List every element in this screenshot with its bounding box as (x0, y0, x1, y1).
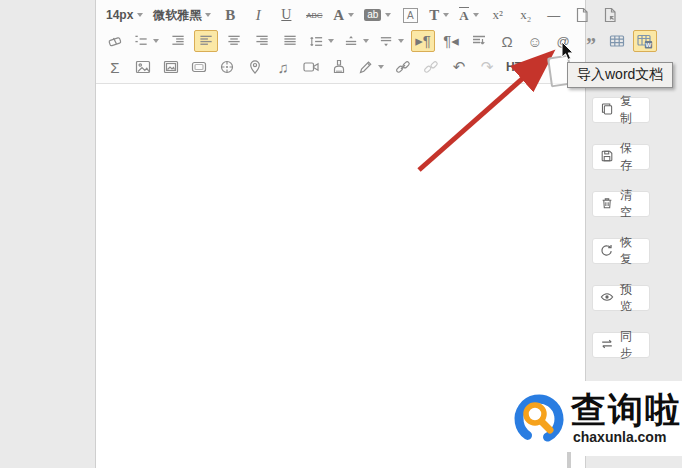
background-color-button-glyph: ab (364, 9, 381, 21)
restore-button[interactable]: 恢复 (592, 238, 650, 264)
bold-button-glyph: B (225, 7, 235, 24)
ltr-paragraph-button-glyph: ▸¶ (415, 32, 431, 50)
font-color-button-glyph: A (333, 7, 344, 24)
clear-button[interactable]: 清空 (592, 191, 650, 217)
word-import-button[interactable]: W (633, 30, 657, 52)
undo-button[interactable]: ↶ (447, 56, 471, 78)
paragraph-style-button[interactable]: T (426, 4, 452, 26)
video-button[interactable] (299, 56, 323, 78)
letter-case-button[interactable]: A (456, 4, 481, 26)
rtl-paragraph-button[interactable]: ¶◂ (439, 30, 463, 52)
font-size-select-label: 14px (106, 8, 133, 22)
line-spacing-button[interactable] (306, 30, 337, 52)
image-icon (135, 59, 151, 75)
map-button[interactable] (243, 56, 267, 78)
superscript-button[interactable]: x² (486, 4, 510, 26)
blockquote-button[interactable]: ” (579, 30, 603, 52)
action-sidebar: 复制保存清空恢复预览同步 (592, 97, 650, 379)
preview-button[interactable]: 预览 (592, 285, 650, 311)
align-center-button[interactable] (222, 30, 246, 52)
link-button[interactable] (391, 56, 415, 78)
new-document-button[interactable] (570, 4, 594, 26)
restore-icon (600, 243, 614, 260)
font-family-select[interactable]: 微软雅黑 (150, 4, 214, 26)
undo-button-glyph: ↶ (453, 58, 466, 76)
screen-icon (191, 59, 207, 75)
redo-button[interactable]: ↷ (475, 56, 499, 78)
link-icon (395, 59, 411, 75)
spaceTop-icon (344, 34, 359, 49)
format-eraser-button[interactable] (103, 30, 127, 52)
indent-button[interactable] (166, 30, 190, 52)
horizontal-rule-button[interactable]: — (542, 4, 566, 26)
chevron-down-icon (153, 39, 159, 43)
attachment-button[interactable] (327, 56, 351, 78)
chevron-down-icon (473, 13, 479, 17)
list-style-button[interactable] (131, 30, 162, 52)
save-button[interactable]: 保存 (592, 144, 650, 170)
align-right-button[interactable] (250, 30, 274, 52)
toolbar-row-3: Σ♫↶↷HTML (101, 54, 580, 80)
bold-button[interactable]: B (218, 4, 242, 26)
italic-button[interactable]: I (246, 4, 270, 26)
album-button[interactable] (159, 56, 183, 78)
copy-button[interactable]: 复制 (592, 97, 650, 123)
align-justify-button[interactable] (278, 30, 302, 52)
space-after-button[interactable] (376, 30, 407, 52)
typeset-icon (471, 33, 487, 49)
indent-icon (171, 34, 186, 49)
chaxunla-logo-icon (511, 391, 567, 447)
watermark-stem (567, 452, 571, 468)
chevron-down-icon (348, 13, 354, 17)
image-button[interactable] (131, 56, 155, 78)
background-color-button[interactable]: ab (361, 4, 394, 26)
copy-button-label: 复制 (620, 93, 642, 127)
font-family-select-label: 微软雅黑 (153, 7, 201, 24)
subscript-button[interactable]: x₂ (514, 4, 538, 26)
template-icon (602, 7, 618, 23)
ltr-paragraph-button[interactable]: ▸¶ (411, 30, 435, 52)
pen-icon (358, 59, 374, 75)
blockquote-button-glyph: ” (586, 33, 596, 49)
alignLeft-icon (199, 34, 214, 49)
formula-button[interactable]: Σ (103, 56, 127, 78)
special-char-button[interactable]: Ω (495, 30, 519, 52)
auto-typeset-button[interactable] (467, 30, 491, 52)
page-icon (574, 7, 590, 23)
copy-icon (600, 102, 614, 119)
wheel-icon (219, 59, 235, 75)
lineSpace-icon (309, 34, 324, 49)
font-color-button[interactable]: A (330, 4, 357, 26)
image2-icon (163, 59, 179, 75)
music-button[interactable]: ♫ (271, 56, 295, 78)
search-replace-button[interactable]: @ (551, 30, 575, 52)
underline-button[interactable]: U (274, 4, 298, 26)
sync-icon (600, 337, 614, 354)
template-button[interactable] (598, 4, 622, 26)
char-border-button[interactable]: A (398, 4, 422, 26)
rtl-paragraph-button-glyph: ¶◂ (443, 32, 459, 50)
formula-button-glyph: Σ (110, 59, 119, 76)
strikethrough-button[interactable]: ABC (302, 4, 326, 26)
map-icon (247, 59, 263, 75)
eraser-icon (107, 33, 123, 49)
table-button[interactable] (605, 30, 629, 52)
align-left-button[interactable] (194, 30, 218, 52)
alignRight-icon (255, 34, 270, 49)
brush-icon (331, 59, 347, 75)
sync-button[interactable]: 同步 (592, 332, 650, 358)
font-size-select[interactable]: 14px (103, 4, 146, 26)
subscript-button-glyph: x₂ (520, 7, 531, 23)
scrawl-button[interactable] (355, 56, 387, 78)
word-icon: W (637, 33, 653, 49)
emotion-button-glyph: ☺ (527, 33, 542, 50)
screenshot-button[interactable] (187, 56, 211, 78)
emotion-button[interactable]: ☺ (523, 30, 547, 52)
html-source-button[interactable]: HTML (503, 56, 542, 78)
space-before-button[interactable] (341, 30, 372, 52)
horizontal-rule-button-glyph: — (547, 8, 560, 23)
import-word-tooltip: 导入word文档 (567, 62, 673, 88)
unlink-button[interactable] (419, 56, 443, 78)
graffiti-button[interactable] (215, 56, 239, 78)
toolbar-row-2: ▸¶¶◂Ω☺@”W (101, 28, 580, 54)
